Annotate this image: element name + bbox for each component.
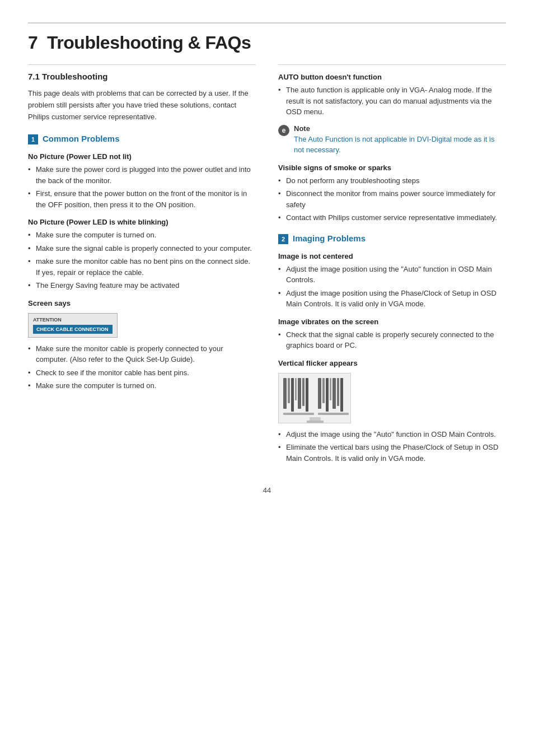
section-rule-right (278, 64, 506, 65)
vertical-flicker-title: Vertical flicker appears (278, 359, 506, 367)
list-item: Eliminate the vertical bars using the Ph… (278, 442, 506, 464)
list-item: First, ensure that the power button on t… (28, 188, 256, 210)
image-not-centered-title: Image is not centered (278, 252, 506, 260)
svg-rect-2 (288, 378, 290, 403)
list-item: Make sure the computer is turned on. (28, 230, 256, 241)
list-item: Make sure the signal cable is properly c… (28, 243, 256, 254)
common-problems-badge: 1 (28, 134, 38, 144)
left-column: 7.1 Troubleshooting This page deals with… (28, 64, 256, 469)
right-column: AUTO button doesn't function The auto fu… (278, 64, 506, 469)
svg-rect-1 (283, 378, 287, 409)
list-item: make sure the monitor cable has no bent … (28, 256, 256, 278)
auto-button-title: AUTO button doesn't function (278, 73, 506, 81)
svg-rect-13 (337, 378, 339, 406)
note-box: e Note The Auto Function is not applicab… (278, 124, 506, 156)
svg-rect-10 (326, 378, 329, 412)
note-content: Note The Auto Function is not applicable… (294, 124, 506, 156)
list-item: Disconnect the monitor from mains power … (278, 188, 506, 210)
imaging-problems-section: 2 Imaging Problems (278, 234, 506, 244)
subsection-no-picture-blinking: No Picture (Power LED is white blinking) (28, 218, 256, 226)
svg-rect-8 (318, 378, 321, 409)
screen-attention: ATTENTION (33, 317, 113, 323)
svg-rect-18 (307, 421, 324, 423)
svg-rect-14 (340, 378, 343, 412)
vertical-flicker-image (278, 373, 351, 423)
list-item: Contact with Philips customer service re… (278, 212, 506, 223)
image-vibrates-title: Image vibrates on the screen (278, 318, 506, 326)
svg-rect-16 (318, 413, 349, 415)
list-item: The auto function is applicable only in … (278, 85, 506, 118)
screen-display-box: ATTENTION CHECK CABLE CONNECTION (28, 313, 118, 338)
common-problems-label: Common Problems (43, 134, 120, 143)
svg-rect-7 (306, 378, 308, 412)
list-item: Check that the signal cable is properly … (278, 329, 506, 351)
chapter-number: 7 (28, 32, 38, 53)
image-vibrates-list: Check that the signal cable is properly … (278, 329, 506, 351)
smoke-sparks-list: Do not perform any troubleshooting steps… (278, 175, 506, 223)
no-picture-lit-list: Make sure the power cord is plugged into… (28, 164, 256, 210)
note-label: Note (294, 124, 506, 133)
list-item: Make sure the computer is turned on. (28, 380, 256, 391)
subsection-no-picture-lit: No Picture (Power LED not lit) (28, 152, 256, 161)
list-item: Make sure the monitor cable is properly … (28, 343, 256, 365)
list-item: Adjust the image using the "Auto" functi… (278, 429, 506, 440)
imaging-problems-badge: 2 (278, 234, 288, 244)
list-item: Check to see if the monitor cable has be… (28, 367, 256, 379)
list-item: Adjust the image position using the "Aut… (278, 264, 506, 286)
svg-rect-12 (332, 378, 336, 409)
image-not-centered-list: Adjust the image position using the "Aut… (278, 264, 506, 310)
list-item: Make sure the power cord is plugged into… (28, 164, 256, 186)
section-rule-1 (28, 64, 256, 65)
common-problems-section: 1 Common Problems (28, 134, 256, 144)
note-text: The Auto Function is not applicable in D… (294, 134, 506, 156)
svg-rect-5 (298, 378, 301, 409)
svg-rect-3 (291, 378, 294, 412)
section-1-heading: 7.1 Troubleshooting (28, 72, 256, 81)
list-item: Do not perform any troubleshooting steps (278, 175, 506, 186)
top-rule (28, 22, 506, 24)
chapter-title: 7 Troubleshooting & FAQs (28, 32, 506, 53)
vertical-flicker-list: Adjust the image using the "Auto" functi… (278, 429, 506, 464)
page-number: 44 (28, 486, 506, 494)
screen-message: CHECK CABLE CONNECTION (33, 325, 113, 334)
intro-text: This page deals with problems that can b… (28, 88, 256, 123)
chapter-title-text: Troubleshooting & FAQs (47, 32, 251, 53)
svg-rect-6 (302, 378, 305, 406)
subsection-screen-says: Screen says (28, 299, 256, 307)
svg-rect-11 (330, 378, 331, 400)
auto-button-list: The auto function is applicable only in … (278, 85, 506, 118)
no-picture-blinking-list: Make sure the computer is turned on. Mak… (28, 230, 256, 291)
imaging-problems-label: Imaging Problems (293, 234, 366, 243)
note-icon: e (278, 125, 289, 136)
list-item: The Energy Saving feature may be activat… (28, 280, 256, 291)
smoke-sparks-title: Visible signs of smoke or sparks (278, 164, 506, 172)
list-item: Adjust the image position using the Phas… (278, 288, 506, 310)
screen-says-list: Make sure the monitor cable is properly … (28, 343, 256, 391)
svg-rect-9 (322, 378, 325, 403)
svg-rect-4 (295, 378, 297, 400)
svg-rect-15 (283, 413, 314, 415)
